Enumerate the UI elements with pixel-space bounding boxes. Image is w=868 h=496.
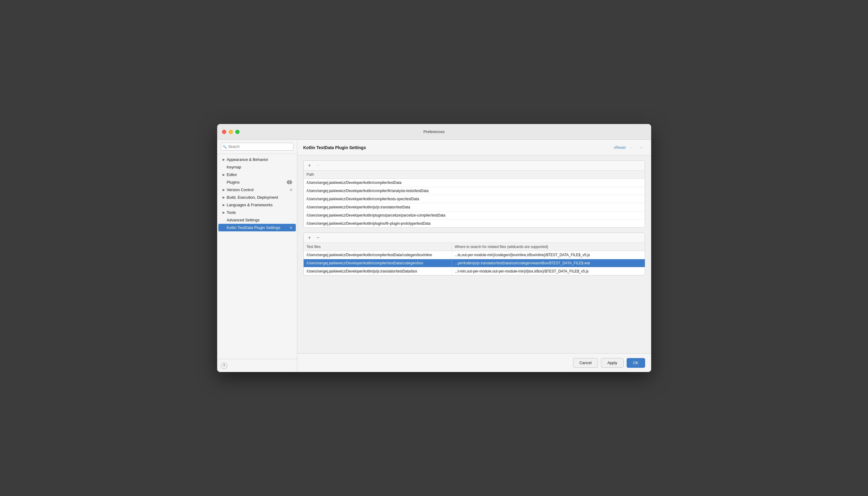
ok-button[interactable]: OK: [627, 358, 645, 368]
files-table-body: /Users/sergej.jaskiewicz/Developer/kotli…: [304, 251, 645, 275]
test-files-column-header: Test files: [304, 243, 452, 251]
vcs-icon: ⊞: [290, 188, 292, 191]
settings-icon: ⊞: [290, 226, 292, 229]
sidebar-item-label: Version Control: [227, 187, 289, 192]
where-cell: ...per/kotlin/js/js.translator/testData/…: [452, 259, 645, 267]
traffic-lights: [222, 130, 239, 134]
path-cell: /Users/sergej.jaskiewicz/Developer/kotli…: [304, 179, 645, 187]
table-row[interactable]: /Users/sergej.jaskiewicz/Developer/kotli…: [304, 220, 645, 228]
sidebar-item-label: Plugins: [227, 180, 287, 185]
sidebar-item-label: Languages & Frameworks: [227, 203, 292, 207]
cancel-button[interactable]: Cancel: [573, 358, 598, 368]
path-cell: /Users/sergej.jaskiewicz/Developer/kotli…: [304, 187, 645, 195]
nav-forward-button[interactable]: →: [638, 144, 645, 151]
sidebar-item-label: Build, Execution, Deployment: [227, 195, 292, 200]
minimize-button[interactable]: [229, 130, 233, 134]
where-cell: ...t-min,out-per-module,out-per-module-m…: [452, 267, 645, 275]
chevron-right-icon: ▶: [222, 158, 226, 161]
paths-table-header: Path: [304, 171, 645, 179]
path-cell: /Users/sergej.jaskiewicz/Developer/kotli…: [304, 212, 645, 219]
sidebar-item-label: Editor: [227, 172, 292, 177]
panel-title: Kotlin TestData Plugin Settings: [303, 145, 611, 150]
test-file-cell: /Users/sergej.jaskiewicz/Developer/kotli…: [304, 251, 452, 259]
paths-table-toolbar: + −: [304, 160, 645, 171]
chevron-right-icon: ▶: [222, 203, 226, 207]
sidebar: 🔍 ▶ Appearance & Behavior Keymap ▶ Edito…: [217, 140, 297, 372]
where-cell: ...le,out-per-module-min}/codegen/{boxIn…: [452, 251, 645, 259]
help-button[interactable]: ?: [221, 362, 228, 369]
sidebar-item-label: Appearance & Behavior: [227, 157, 292, 162]
sidebar-item-advanced-settings[interactable]: Advanced Settings: [218, 216, 296, 224]
path-column-header: Path: [304, 171, 645, 179]
window-title: Preferences: [423, 129, 445, 134]
sidebar-nav: ▶ Appearance & Behavior Keymap ▶ Editor …: [217, 154, 297, 359]
sidebar-item-keymap[interactable]: Keymap: [218, 163, 296, 171]
table-row[interactable]: /Users/sergej.jaskiewicz/Developer/kotli…: [304, 195, 645, 203]
table-row[interactable]: /Users/sergej.jaskiewicz/Developer/kotli…: [304, 179, 645, 187]
files-table-header: Test files Where to search for related f…: [304, 243, 645, 251]
chevron-right-icon: ▶: [222, 173, 226, 176]
paths-table-body: /Users/sergej.jaskiewicz/Developer/kotli…: [304, 179, 645, 228]
chevron-right-icon: ▶: [222, 188, 226, 192]
panel-actions: Reset ← →: [616, 144, 645, 151]
add-file-button[interactable]: +: [307, 235, 313, 241]
sidebar-item-label: Kotlin TestData Plugin Settings: [227, 225, 289, 230]
table-row[interactable]: /Users/sergej.jaskiewicz/Developer/kotli…: [304, 212, 645, 220]
sidebar-item-appearance[interactable]: ▶ Appearance & Behavior: [218, 156, 296, 163]
main-content: 🔍 ▶ Appearance & Behavior Keymap ▶ Edito…: [217, 140, 651, 372]
files-table-toolbar: + −: [304, 233, 645, 243]
chevron-right-icon: ▶: [222, 196, 226, 199]
apply-button[interactable]: Apply: [601, 358, 624, 368]
plugins-badge: 1: [287, 180, 292, 184]
test-file-cell: /Users/sergej.jaskiewicz/Developer/kotli…: [304, 267, 452, 275]
sidebar-item-build-execution[interactable]: ▶ Build, Execution, Deployment: [218, 193, 296, 201]
add-path-button[interactable]: +: [307, 162, 313, 169]
files-table-section: + − Test files Where to search for relat…: [303, 233, 645, 276]
search-input[interactable]: [221, 143, 293, 151]
preferences-window: Preferences 🔍 ▶ Appearance & Behavior Ke…: [217, 124, 651, 372]
search-icon: 🔍: [222, 145, 227, 149]
table-row[interactable]: /Users/sergej.jaskiewicz/Developer/kotli…: [304, 187, 645, 195]
table-row[interactable]: /Users/sergej.jaskiewicz/Developer/kotli…: [304, 259, 645, 267]
test-file-cell: /Users/sergej.jaskiewicz/Developer/kotli…: [304, 259, 452, 267]
sidebar-item-tools[interactable]: ▶ Tools: [218, 209, 296, 216]
chevron-right-icon: ▶: [222, 211, 226, 214]
panel-header: Kotlin TestData Plugin Settings ≡ Reset …: [297, 140, 651, 155]
search-container: 🔍: [217, 140, 297, 154]
sidebar-item-label: Keymap: [227, 165, 292, 169]
sidebar-item-editor[interactable]: ▶ Editor: [218, 171, 296, 179]
sidebar-item-plugins[interactable]: Plugins 1: [218, 179, 296, 186]
maximize-button[interactable]: [235, 130, 239, 134]
paths-table-section: + − Path /Users/sergej.jaskiewicz/Develo…: [303, 160, 645, 228]
sidebar-item-label: Tools: [227, 210, 292, 215]
path-cell: /Users/sergej.jaskiewicz/Developer/kotli…: [304, 220, 645, 228]
sidebar-item-languages-frameworks[interactable]: ▶ Languages & Frameworks: [218, 201, 296, 209]
sidebar-bottom: ?: [217, 359, 297, 372]
where-column-header: Where to search for related files (wildc…: [452, 243, 645, 251]
table-row[interactable]: /Users/sergej.jaskiewicz/Developer/kotli…: [304, 267, 645, 275]
sidebar-item-label: Advanced Settings: [227, 218, 292, 222]
table-row[interactable]: /Users/sergej.jaskiewicz/Developer/kotli…: [304, 251, 645, 259]
remove-path-button[interactable]: −: [315, 162, 321, 169]
table-row[interactable]: /Users/sergej.jaskiewicz/Developer/kotli…: [304, 203, 645, 212]
close-button[interactable]: [222, 130, 226, 134]
title-bar: Preferences: [217, 124, 651, 140]
right-panel: Kotlin TestData Plugin Settings ≡ Reset …: [297, 140, 651, 372]
reset-button[interactable]: Reset: [616, 145, 626, 150]
sidebar-item-version-control[interactable]: ▶ Version Control ⊞: [218, 186, 296, 193]
nav-back-button[interactable]: ←: [628, 144, 635, 151]
bottom-bar: Cancel Apply OK: [297, 353, 651, 372]
remove-file-button[interactable]: −: [315, 235, 321, 241]
path-cell: /Users/sergej.jaskiewicz/Developer/kotli…: [304, 195, 645, 203]
panel-content: + − Path /Users/sergej.jaskiewicz/Develo…: [297, 155, 651, 353]
path-cell: /Users/sergej.jaskiewicz/Developer/kotli…: [304, 203, 645, 211]
sidebar-item-kotlin-testdata[interactable]: Kotlin TestData Plugin Settings ⊞: [218, 224, 296, 231]
search-wrapper: 🔍: [221, 143, 293, 151]
